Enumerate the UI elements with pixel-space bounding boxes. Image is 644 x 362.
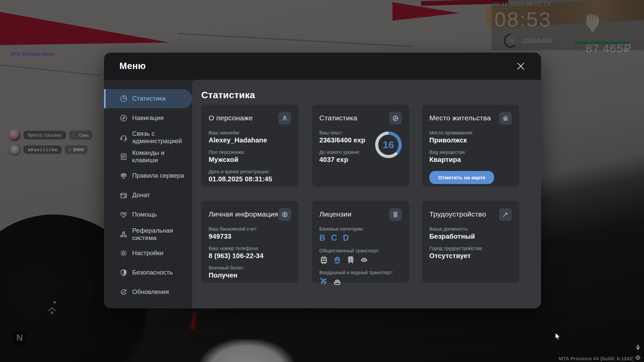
military-id-value: Получен <box>209 272 291 279</box>
menu-sidebar: Статистика Навигация Связь с администрац… <box>104 80 192 308</box>
mouse-cursor <box>555 333 560 340</box>
menu-title: Меню <box>119 61 146 71</box>
target-icon <box>635 355 641 360</box>
registration-value: 01.08.2025 08:31:45 <box>209 175 291 183</box>
property-value: Квартира <box>429 156 512 164</box>
wallet-icon <box>119 191 128 199</box>
home-icon <box>499 112 512 125</box>
close-button[interactable] <box>516 61 526 71</box>
ship-icon <box>333 277 342 286</box>
pie-chart-icon <box>389 112 402 125</box>
shield-icon <box>119 268 128 277</box>
sidebar-item-security[interactable]: Безопасность <box>104 263 192 282</box>
card-about-character: О персонаже Ваш никнейм: Alexey_Hadahane… <box>201 105 299 187</box>
referral-network-icon <box>119 230 128 239</box>
gear-icon <box>119 249 128 257</box>
job-value: Безработный <box>429 233 512 240</box>
level-progress-ring: 16 <box>373 129 404 160</box>
level-value: 16 <box>373 129 404 160</box>
sidebar-item-referral[interactable]: Реферальная система <box>104 222 192 247</box>
scales-icon <box>119 172 128 180</box>
bank-account-value: 949733 <box>209 233 291 240</box>
gender-value: Мужской <box>209 156 291 164</box>
person-icon <box>278 112 291 125</box>
card-personal-info: Личная информация Ваш банковский счет: 9… <box>201 201 299 283</box>
menu-content: Статистика О персонаже Ваш никнейм: Alex… <box>192 80 541 308</box>
category-b: B <box>319 233 325 243</box>
page-title: Статистика <box>201 90 255 101</box>
category-d: D <box>343 233 349 243</box>
heart-handshake-icon <box>119 210 128 219</box>
trolleybus-icon <box>319 255 328 264</box>
license-categories: B C D <box>319 233 402 243</box>
sidebar-item-commands[interactable]: Команды и клавиши <box>104 144 192 169</box>
menu-header: Меню <box>104 53 541 80</box>
category-c: C <box>331 233 337 243</box>
tram-icon <box>333 255 342 264</box>
job-city-value: Отсутствует <box>429 252 512 260</box>
menu-body: Статистика Навигация Связь с администрац… <box>104 80 541 308</box>
compass-icon <box>119 114 128 122</box>
card-statistics: Статистика Ваш опыт: 2363/6400 exp До но… <box>312 105 409 187</box>
updates-icon <box>119 288 128 296</box>
mark-on-map-button[interactable]: Отметить на карте <box>429 171 494 184</box>
sidebar-item-updates[interactable]: Обновления <box>104 283 192 302</box>
headset-icon <box>119 133 128 142</box>
microphone-icon <box>635 345 641 350</box>
id-card-icon <box>389 208 402 221</box>
sidebar-item-server-rules[interactable]: Правила сервера <box>104 166 192 185</box>
plane-icon <box>319 277 328 286</box>
sidebar-item-donate[interactable]: Донат <box>104 186 192 205</box>
sidebar-item-settings[interactable]: Настройки <box>104 244 192 263</box>
pie-chart-icon <box>119 95 128 103</box>
person-circle-icon <box>278 208 291 221</box>
card-residence: Место жительства Место проживания: Приво… <box>422 105 519 187</box>
card-employment: Трудоустройство Ваша должность: Безработ… <box>422 201 519 283</box>
phone-value: 8 (963) 106-22-34 <box>209 252 291 260</box>
card-licenses: Лицензии Базовые категории: B C D Общест… <box>312 201 409 283</box>
next-level-value: 4037 exp <box>319 156 377 164</box>
conductor-cap-icon <box>360 255 369 264</box>
city-value: Приволжск <box>429 136 512 144</box>
commands-icon <box>119 153 128 161</box>
cursor-toggle[interactable] <box>633 353 643 362</box>
air-water-licenses <box>319 277 402 286</box>
server-build-label: MTA Province #4 (build: 6.1242) <box>559 356 634 361</box>
close-icon <box>516 62 525 71</box>
public-transport-licenses <box>319 255 402 264</box>
pickaxe-icon <box>499 208 512 221</box>
sidebar-item-statistics[interactable]: Статистика <box>104 89 192 108</box>
menu-window: Меню Статистика Навигация Св <box>104 53 541 308</box>
exp-value: 2363/6400 exp <box>319 136 377 144</box>
nickname-value: Alexey_Hadahane <box>209 136 291 144</box>
train-icon <box>346 255 355 264</box>
microphone-toggle[interactable] <box>633 343 643 352</box>
